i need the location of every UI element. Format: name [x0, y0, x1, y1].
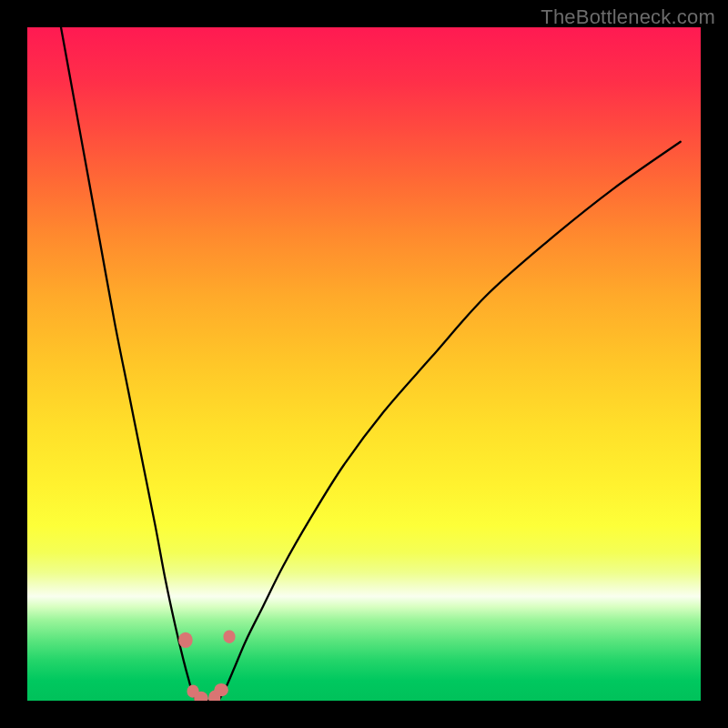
plot-background-gradient — [27, 27, 701, 701]
chart-frame: TheBottleneck.com — [0, 0, 728, 728]
watermark-text: TheBottleneck.com — [541, 5, 715, 29]
